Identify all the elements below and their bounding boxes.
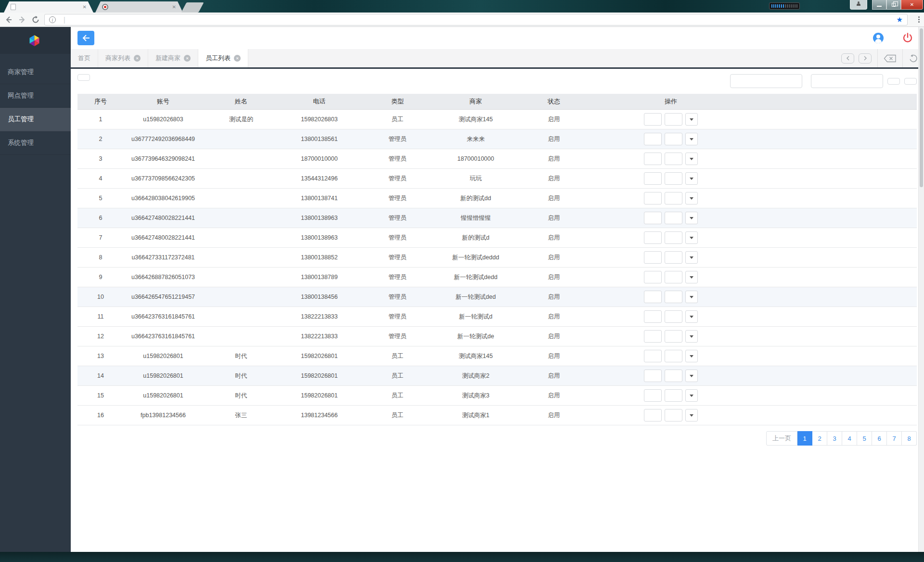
- prev-page-button[interactable]: 上一页: [766, 431, 797, 446]
- sidebar-item-网点管理[interactable]: 网点管理: [0, 84, 71, 108]
- more-actions-dropdown[interactable]: [685, 231, 698, 244]
- edit-button[interactable]: [644, 133, 662, 145]
- more-actions-dropdown[interactable]: [685, 330, 698, 343]
- scroll-tabs-right-button[interactable]: [859, 53, 872, 64]
- edit-button[interactable]: [644, 113, 662, 126]
- more-actions-dropdown[interactable]: [685, 172, 698, 185]
- new-tab-button[interactable]: [181, 2, 204, 13]
- page-button-3[interactable]: 3: [827, 431, 842, 446]
- more-actions-dropdown[interactable]: [685, 192, 698, 204]
- sidebar-item-员工管理[interactable]: 员工管理: [0, 108, 71, 131]
- new-account-button[interactable]: [77, 74, 90, 81]
- tab-close-icon[interactable]: ✕: [172, 4, 176, 10]
- more-actions-dropdown[interactable]: [685, 350, 698, 362]
- disable-button[interactable]: [665, 370, 682, 382]
- bookmark-star-icon[interactable]: ★: [897, 15, 903, 24]
- sidebar-item-商家管理[interactable]: 商家管理: [0, 61, 71, 84]
- more-actions-dropdown[interactable]: [685, 370, 698, 382]
- more-actions-dropdown[interactable]: [685, 113, 698, 126]
- disable-button[interactable]: [665, 231, 682, 244]
- forward-icon[interactable]: [17, 15, 27, 25]
- browser-scrollbar[interactable]: [918, 27, 924, 552]
- disable-button[interactable]: [665, 192, 682, 204]
- profile-button[interactable]: [850, 0, 867, 10]
- edit-button[interactable]: [644, 291, 662, 303]
- disable-button[interactable]: [665, 251, 682, 264]
- more-actions-dropdown[interactable]: [685, 389, 698, 402]
- close-all-tabs-button[interactable]: [884, 54, 897, 63]
- tab-close-icon[interactable]: ✕: [234, 55, 241, 62]
- more-actions-dropdown[interactable]: [685, 409, 698, 422]
- page-button-6[interactable]: 6: [872, 431, 887, 446]
- edit-button[interactable]: [644, 330, 662, 343]
- disable-button[interactable]: [665, 350, 682, 362]
- back-icon[interactable]: [4, 15, 13, 25]
- more-actions-dropdown[interactable]: [685, 291, 698, 303]
- restore-button[interactable]: [886, 0, 901, 10]
- page-tab-员工列表[interactable]: 员工列表 ✕: [198, 49, 248, 67]
- disable-button[interactable]: [665, 172, 682, 185]
- disable-button[interactable]: [665, 153, 682, 165]
- page-button-4[interactable]: 4: [842, 431, 857, 446]
- page-button-8[interactable]: 8: [902, 431, 917, 446]
- search-button[interactable]: [887, 78, 900, 85]
- disable-button[interactable]: [665, 409, 682, 422]
- edit-button[interactable]: [644, 212, 662, 224]
- more-actions-dropdown[interactable]: [685, 271, 698, 283]
- page-button-1[interactable]: 1: [797, 431, 812, 446]
- merchant-name-input[interactable]: [811, 74, 883, 88]
- back-button[interactable]: [77, 31, 94, 45]
- disable-button[interactable]: [665, 271, 682, 283]
- edit-button[interactable]: [644, 192, 662, 204]
- refresh-tab-button[interactable]: [909, 54, 918, 63]
- browser-menu-icon[interactable]: [918, 16, 920, 23]
- more-actions-dropdown[interactable]: [685, 153, 698, 165]
- more-actions-dropdown[interactable]: [685, 133, 698, 145]
- edit-button[interactable]: [644, 409, 662, 422]
- disable-button[interactable]: [665, 330, 682, 343]
- more-actions-dropdown[interactable]: [685, 212, 698, 224]
- edit-button[interactable]: [644, 251, 662, 264]
- page-tab-商家列表[interactable]: 商家列表 ✕: [98, 49, 148, 67]
- tab-close-icon[interactable]: ✕: [184, 55, 191, 62]
- logout-power-icon[interactable]: [902, 32, 913, 44]
- page-button-7[interactable]: 7: [887, 431, 902, 446]
- reload-icon[interactable]: [31, 15, 40, 25]
- edit-button[interactable]: [644, 310, 662, 323]
- browser-tab-active[interactable]: ✕: [4, 1, 93, 13]
- edit-button[interactable]: [644, 350, 662, 362]
- edit-button[interactable]: [644, 370, 662, 382]
- disable-button[interactable]: [665, 291, 682, 303]
- edit-button[interactable]: [644, 231, 662, 244]
- tab-close-icon[interactable]: ✕: [134, 55, 141, 62]
- more-actions-dropdown[interactable]: [685, 251, 698, 264]
- edit-button[interactable]: [644, 172, 662, 185]
- page-tab-首页[interactable]: 首页: [71, 49, 98, 67]
- info-icon[interactable]: i: [49, 16, 56, 23]
- page-button-2[interactable]: 2: [812, 431, 827, 446]
- advanced-search-button[interactable]: [904, 78, 917, 85]
- page-tab-新建商家[interactable]: 新建商家 ✕: [148, 49, 198, 67]
- close-button[interactable]: ✕: [901, 0, 923, 10]
- disable-button[interactable]: [665, 389, 682, 402]
- more-actions-dropdown[interactable]: [685, 310, 698, 323]
- address-bar[interactable]: i | ★: [44, 14, 908, 26]
- cell-status: 启用: [515, 254, 592, 262]
- page-button-5[interactable]: 5: [857, 431, 872, 446]
- tab-close-icon[interactable]: ✕: [83, 4, 87, 10]
- cell-status: 启用: [515, 332, 592, 341]
- edit-button[interactable]: [644, 153, 662, 165]
- sidebar-item-系统管理[interactable]: 系统管理: [0, 131, 71, 155]
- caret-down-icon: [690, 414, 693, 417]
- scroll-tabs-left-button[interactable]: [841, 53, 854, 64]
- browser-tab-graylog[interactable]: ✕: [95, 1, 183, 13]
- scrollbar-thumb[interactable]: [920, 28, 923, 187]
- disable-button[interactable]: [665, 113, 682, 126]
- disable-button[interactable]: [665, 212, 682, 224]
- edit-button[interactable]: [644, 389, 662, 402]
- merchant-code-input[interactable]: [730, 74, 802, 88]
- disable-button[interactable]: [665, 133, 682, 145]
- disable-button[interactable]: [665, 310, 682, 323]
- minimize-button[interactable]: [872, 0, 886, 10]
- edit-button[interactable]: [644, 271, 662, 283]
